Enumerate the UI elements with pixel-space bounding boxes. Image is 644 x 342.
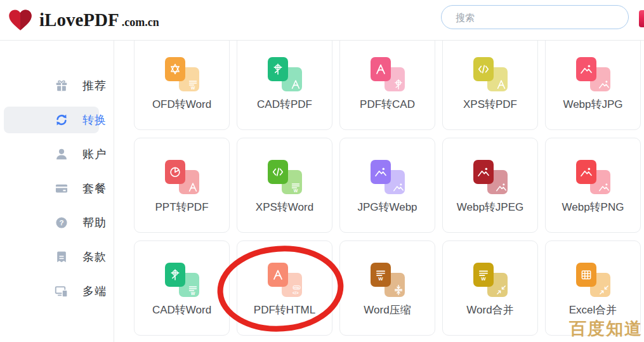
header: iLovePDF .com.cn [0, 0, 644, 41]
tool-icon-pair: W [165, 57, 199, 93]
code-tile-icon [268, 160, 288, 184]
svg-text:W: W [378, 276, 383, 281]
star-tile-icon [165, 57, 185, 81]
tool-icon-pair: W [473, 263, 508, 298]
sidebar-item-推荐[interactable]: 推荐 [0, 69, 114, 103]
gift-icon [55, 79, 69, 93]
sidebar-item-label: 转换 [82, 112, 107, 128]
image-tile-icon [473, 160, 494, 184]
cad-tile-icon [165, 263, 185, 287]
tool-icon-pair [371, 57, 405, 93]
tool-icon-pair: W [165, 263, 199, 298]
tool-card-label: PDF转HTML [237, 303, 332, 317]
card-icon [55, 181, 69, 195]
brand-name: iLovePDF [39, 7, 119, 32]
sidebar-item-账户[interactable]: 账户 [0, 137, 114, 171]
tool-card-PDF转HTML[interactable]: HTML</>PDF转HTML [237, 240, 332, 336]
tool-icon-pair: HTML</> [268, 263, 302, 298]
tool-card-CAD转Word[interactable]: WCAD转Word [134, 240, 230, 336]
tool-card-JPG转Webp[interactable]: JPG转Webp [339, 138, 435, 233]
sidebar-item-label: 多端 [82, 284, 107, 299]
tool-card-OFD转Word[interactable]: WOFD转Word [134, 35, 230, 130]
search-input[interactable] [441, 5, 629, 29]
acrobat-tile-icon [268, 263, 288, 287]
tool-card-label: Excel合并 [546, 303, 640, 317]
tool-card-PDF转CAD[interactable]: PDF转CAD [339, 35, 435, 130]
tool-card-label: CAD转Word [135, 303, 229, 317]
tool-card-label: XPS转Word [237, 200, 332, 214]
image-tile-icon [576, 57, 596, 81]
sidebar-item-帮助[interactable]: ?帮助 [0, 206, 114, 240]
acrobat-tile-icon [371, 57, 391, 81]
tool-card-label: OFD转Word [135, 97, 229, 112]
sidebar-item-条款[interactable]: 条款 [0, 240, 114, 274]
sidebar-item-label: 套餐 [82, 181, 107, 196]
help-icon: ? [55, 216, 69, 230]
sidebar-item-label: 帮助 [82, 215, 107, 230]
tool-icon-pair [473, 57, 508, 93]
tool-icon-pair: W [268, 160, 302, 195]
tool-card-CAD转PDF[interactable]: CAD转PDF [237, 35, 332, 130]
brand-suffix: .com.cn [122, 16, 159, 32]
pie-tile-icon [165, 160, 185, 184]
tool-card-Webp转JPEG[interactable]: Webp转JPEG [442, 138, 538, 233]
tool-card-label: PPT转PDF [135, 200, 229, 214]
svg-text:W: W [293, 188, 298, 193]
tool-card-label: JPG转Webp [340, 200, 435, 214]
tool-card-PPT转PDF[interactable]: PPT转PDF [134, 138, 230, 233]
tool-card-Word合并[interactable]: WWord合并 [442, 240, 538, 336]
tool-icon-pair: W [371, 263, 405, 298]
sidebar-item-多端[interactable]: 多端 [0, 274, 114, 308]
tool-icon-pair [473, 160, 508, 195]
tool-icon-pair [576, 160, 610, 195]
svg-text:W: W [481, 276, 486, 281]
tool-card-label: Webp转JPEG [443, 200, 537, 214]
svg-text:</>: </> [292, 291, 299, 295]
watermark: 百度知道 [569, 317, 643, 340]
sidebar-item-label: 账户 [82, 147, 107, 162]
tool-card-Word压缩[interactable]: WWord压缩 [339, 240, 435, 336]
tool-card-XPS转PDF[interactable]: XPS转PDF [442, 35, 538, 130]
tool-card-label: Word压缩 [340, 303, 435, 317]
heart-icon [8, 8, 33, 32]
tool-card-label: Word合并 [443, 303, 537, 317]
sidebar: 推荐转换账户套餐?帮助条款多端 [0, 41, 114, 342]
svg-text:W: W [190, 291, 195, 296]
image-tile-icon [371, 160, 391, 184]
tool-icon-pair [371, 160, 405, 195]
docW-tile-icon: W [473, 263, 494, 287]
svg-text:W: W [190, 86, 195, 90]
devices-icon [55, 284, 69, 298]
tool-card-Webp转JPG[interactable]: Webp转JPG [545, 35, 641, 130]
user-icon [55, 147, 69, 161]
tool-grid: WOFD转WordCAD转PDFPDF转CADXPS转PDFWebp转JPGPP… [134, 35, 641, 336]
tool-card-label: PDF转CAD [340, 97, 435, 112]
code-tile-icon [473, 57, 494, 81]
sidebar-item-转换[interactable]: 转换 [0, 103, 114, 137]
tool-icon-pair [268, 57, 302, 93]
cad-tile-icon [268, 57, 288, 81]
terms-icon [55, 250, 69, 264]
docW-tile-icon: W [371, 263, 391, 287]
tool-icon-pair [576, 57, 610, 93]
svg-text:HTML: HTML [293, 287, 300, 289]
header-right-icon[interactable] [639, 10, 644, 27]
tool-card-Webp转PNG[interactable]: Webp转PNG [545, 138, 641, 233]
sidebar-item-label: 推荐 [82, 78, 107, 93]
sidebar-item-套餐[interactable]: 套餐 [0, 171, 114, 206]
logo[interactable]: iLovePDF .com.cn [8, 7, 159, 32]
tool-card-label: Webp转JPG [546, 97, 640, 112]
tool-card-label: Webp转PNG [546, 200, 640, 214]
tool-card-label: XPS转PDF [443, 97, 537, 112]
sidebar-item-label: 条款 [82, 249, 107, 265]
tool-icon-pair [165, 160, 199, 195]
svg-text:?: ? [59, 219, 63, 227]
tool-icon-pair [576, 263, 610, 298]
image-tile-icon [576, 160, 596, 184]
tool-card-label: CAD转PDF [237, 97, 332, 112]
table-tile-icon [576, 263, 596, 287]
tool-card-XPS转Word[interactable]: WXPS转Word [237, 138, 332, 233]
convert-icon [55, 113, 69, 127]
